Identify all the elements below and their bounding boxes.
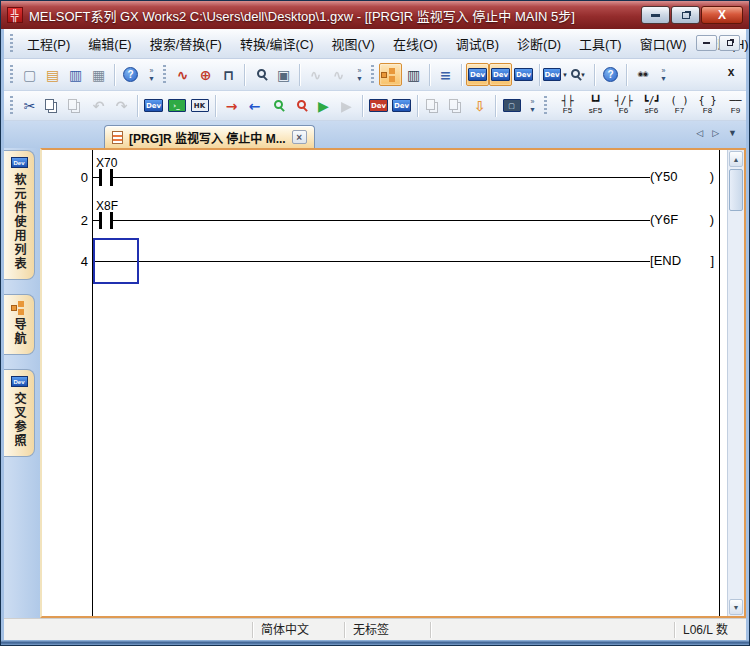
minimize-button[interactable] <box>641 6 670 24</box>
ladder-symbol-sf5-button[interactable]: ┗┛sF5 <box>582 93 609 119</box>
title-bar[interactable]: ╬ MELSOFT系列 GX Works2 C:\Users\dell\Desk… <box>1 1 749 29</box>
ladder-symbol-sf6-button[interactable]: ┗/┛sF6 <box>638 93 665 119</box>
coil-y50[interactable]: (Y50 ) <box>650 170 714 184</box>
contact-x70[interactable] <box>99 169 113 186</box>
scrollbar-thumb[interactable] <box>729 169 743 211</box>
menu-online[interactable]: 在线(O) <box>384 30 447 57</box>
start-monitoring-button[interactable]: ∿ <box>171 63 194 86</box>
device-search-button[interactable]: ▼ <box>567 63 590 86</box>
instruction-end[interactable]: [END ] <box>650 254 714 268</box>
monitor-mode-button[interactable]: ▶ <box>335 94 358 117</box>
device-monitor-2-button[interactable]: Dev <box>390 94 413 117</box>
help-button[interactable]: ? <box>119 63 142 86</box>
ladder-editor[interactable]: X70 0 (Y50 ) X8F 2 (Y6F <box>42 150 727 616</box>
ladder-toolbar-grip[interactable] <box>544 96 547 116</box>
menu-project[interactable]: 工程(P) <box>18 30 79 57</box>
tab-list-button[interactable]: ▼ <box>728 128 737 138</box>
write-to-plc-button[interactable]: → <box>220 94 243 117</box>
monitor-ladder-button[interactable] <box>266 94 289 117</box>
scan-time-button[interactable]: ∿ <box>304 63 327 86</box>
list-view-button[interactable]: ≡ <box>434 63 457 86</box>
monitor-start-button[interactable]: ▶ <box>312 94 335 117</box>
device-usage-list-icon: Dev <box>11 157 28 168</box>
ladder-symbol-f7-button[interactable]: ( )F7 <box>666 93 693 119</box>
toolbar-grip[interactable] <box>10 65 13 85</box>
monitor-stop-button[interactable] <box>289 94 312 117</box>
help-2-button[interactable]: ? <box>599 63 622 86</box>
menu-edit[interactable]: 编辑(E) <box>79 30 140 57</box>
ladder-symbol-f8-button[interactable]: { }F8 <box>694 93 721 119</box>
sidebar-tab-cross-reference[interactable]: Dev交叉参照 <box>4 369 35 457</box>
restore-button[interactable] <box>671 6 700 24</box>
io-system-setting-button[interactable]: HK <box>188 94 211 117</box>
find-binoculars-button[interactable]: ◉◉ <box>631 63 654 86</box>
device-test-button[interactable]: Dev <box>142 94 165 117</box>
module-configuration-button[interactable]: ▥ <box>402 63 425 86</box>
menu-diagnostics[interactable]: 诊断(D) <box>508 30 570 57</box>
device-find-button[interactable]: Dev <box>466 63 489 86</box>
snapshot-button[interactable]: ▣ <box>272 63 295 86</box>
tile-window-button[interactable] <box>445 94 468 117</box>
toolbar-overflow-button[interactable]: »▼ <box>145 62 158 88</box>
sampling-trace-button[interactable]: ∿ <box>327 63 350 86</box>
scrollbar-track[interactable] <box>728 212 744 598</box>
menu-bar: 工程(P)编辑(E)搜索/替换(F)转换/编译(C)视图(V)在线(O)调试(B… <box>4 29 746 59</box>
device-monitor-1-button[interactable]: Dev <box>367 94 390 117</box>
mdi-restore-button[interactable] <box>719 35 740 51</box>
document-tab-main[interactable]: [PRG]R 监视写入 停止中 M... × <box>104 125 315 148</box>
scroll-up-icon[interactable]: ▲ <box>729 151 743 167</box>
ladder-symbol-f9-button[interactable]: ──F9 <box>722 93 749 119</box>
cascade-window-button[interactable]: ⇩ <box>468 94 491 117</box>
menubar-grip[interactable] <box>10 34 13 54</box>
document-tab-close-icon[interactable]: × <box>292 130 307 144</box>
open-window-button[interactable] <box>422 94 445 117</box>
mdi-close-button[interactable]: x <box>723 64 739 79</box>
toolbar-overflow-button[interactable]: »▼ <box>526 93 539 119</box>
menu-debug[interactable]: 调试(B) <box>447 30 508 57</box>
ladder-cursor[interactable] <box>93 238 139 284</box>
device-batch-button[interactable]: Dev <box>512 63 535 86</box>
new-project-button[interactable]: ▢ <box>18 63 41 86</box>
intelligent-function-monitor-button[interactable]: ›_ <box>165 94 188 117</box>
ladder-symbol-f5-button[interactable]: ┤├F5 <box>554 93 581 119</box>
print-button[interactable]: ▦ <box>87 63 110 86</box>
ladder-symbol-f6-button[interactable]: ┤/├F6 <box>610 93 637 119</box>
vertical-scrollbar[interactable]: ▲ ▼ <box>727 150 744 616</box>
start-watching-button[interactable]: ⊕ <box>194 63 217 86</box>
menu-view[interactable]: 视图(V) <box>323 30 384 57</box>
device-display-button[interactable]: Dev▼ <box>544 63 567 86</box>
device-test-search-button[interactable] <box>249 63 272 86</box>
toolbar-overflow-button[interactable]: »▼ <box>657 62 670 88</box>
toolbar-overflow-button[interactable]: »▼ <box>353 62 366 88</box>
sidebar-tab-device-usage-list[interactable]: Dev软元件使用列表 <box>4 150 35 280</box>
entry-ladder-monitor-button[interactable]: ⊓ <box>217 63 240 86</box>
undo-button[interactable]: ↶ <box>87 94 110 117</box>
menu-tool[interactable]: 工具(T) <box>570 30 631 57</box>
toolbar-separator <box>417 95 418 117</box>
local-device-monitor-button[interactable]: ▢ <box>500 94 523 117</box>
coil-y6f[interactable]: (Y6F ) <box>650 213 714 227</box>
scroll-down-icon[interactable]: ▼ <box>729 599 743 615</box>
mdi-minimize-button[interactable] <box>696 35 717 51</box>
toolbar-grip[interactable] <box>371 65 374 85</box>
device-comment-button[interactable]: Dev <box>489 63 512 86</box>
toolbar-grip[interactable] <box>10 96 13 116</box>
read-from-plc-button[interactable]: ← <box>243 94 266 117</box>
save-project-button[interactable]: ▥ <box>64 63 87 86</box>
tab-scroll-right-button[interactable]: ▷ <box>712 128 719 138</box>
close-button[interactable]: X <box>701 6 743 24</box>
sidebar-tab-label: 交叉参照 <box>13 392 25 448</box>
menu-find-replace[interactable]: 搜索/替换(F) <box>141 30 231 57</box>
redo-button[interactable]: ↷ <box>110 94 133 117</box>
cut-button[interactable]: ✂ <box>18 94 41 117</box>
menu-convert-compile[interactable]: 转换/编译(C) <box>231 30 323 57</box>
tab-scroll-left-button[interactable]: ◁ <box>696 128 703 138</box>
contact-x8f[interactable] <box>99 212 113 229</box>
toolbar-grip[interactable] <box>163 65 166 85</box>
sidebar-tab-navigation[interactable]: 导航 <box>4 294 35 355</box>
copy-button[interactable] <box>41 94 64 117</box>
project-window-button[interactable] <box>379 63 402 86</box>
paste-button[interactable] <box>64 94 87 117</box>
open-project-button[interactable]: ▤ <box>41 63 64 86</box>
menu-window[interactable]: 窗口(W) <box>631 30 696 57</box>
